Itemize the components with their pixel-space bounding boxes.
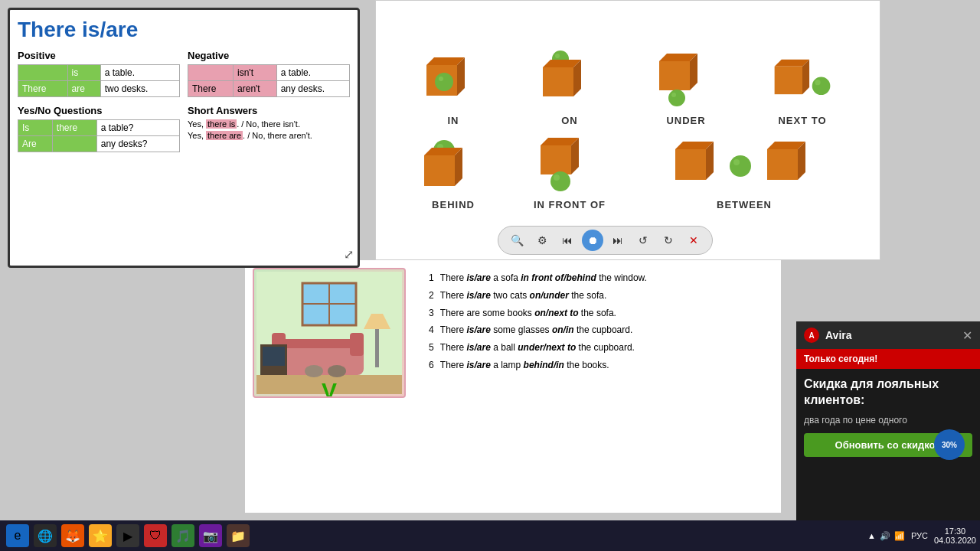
prep-in-illustration — [415, 50, 492, 111]
media-controls-bar: 🔍 ⚙ ⏮ ⏺ ⏭ ↺ ↻ ✕ — [498, 226, 713, 255]
svg-rect-31 — [675, 149, 706, 180]
cell: There — [188, 81, 234, 97]
positive-label: Positive — [18, 50, 180, 61]
avira-discount-text: 30% — [942, 441, 957, 449]
table-row: There are two desks. — [18, 81, 180, 97]
svg-point-14 — [671, 93, 676, 97]
short-answers-section: Short Answers Yes, there is. / No, there… — [188, 105, 350, 152]
avira-discount: 30% — [934, 429, 965, 460]
grammar-panel: There is/are Positive is a table. There … — [8, 8, 360, 268]
svg-rect-8 — [543, 67, 573, 96]
taskbar-icon-shield[interactable]: 🛡 — [144, 524, 167, 547]
negative-label: Negative — [188, 50, 350, 61]
rewind-button[interactable]: ⏮ — [557, 230, 578, 251]
svg-point-52 — [328, 365, 346, 377]
cell: There — [18, 81, 68, 97]
taskbar-icon-music[interactable]: 🎵 — [172, 524, 194, 547]
table-row: Are any desks? — [18, 136, 180, 152]
cell: a table. — [100, 65, 179, 81]
short-answer-1: Yes, there is. / No, there isn't. — [188, 119, 350, 129]
positive-section: Positive is a table. There are two desks… — [18, 50, 180, 97]
taskbar-right: ▲ 🔊 📶 РУС 17:30 04.03.2020 — [867, 527, 976, 545]
checkmark-v: V — [322, 378, 337, 398]
exercise-item-4: 4 There is/are some glasses on/in the cu… — [429, 324, 647, 337]
play-button[interactable]: ⏺ — [582, 230, 603, 251]
cell: Are — [18, 136, 53, 152]
tray-icon-1: ▲ — [867, 531, 876, 540]
taskbar-icon-browser[interactable]: 🌐 — [34, 524, 57, 547]
svg-rect-11 — [659, 61, 690, 90]
svg-point-3 — [435, 73, 453, 91]
grammar-title: There is/are — [18, 18, 350, 42]
prep-next-to: NEXT TO — [748, 50, 857, 126]
svg-rect-23 — [424, 155, 455, 186]
svg-rect-47 — [263, 347, 285, 366]
svg-point-4 — [439, 77, 443, 81]
taskbar-date-display: 04.03.2020 — [934, 536, 976, 545]
prep-in-front-of: IN FRONT OF — [515, 134, 624, 210]
cell: any desks. — [276, 81, 349, 97]
short-answers-label: Short Answers — [188, 105, 350, 116]
avira-title: Avira — [825, 329, 852, 341]
svg-point-34 — [733, 159, 740, 165]
prep-in-label: IN — [448, 115, 459, 126]
cell — [188, 65, 234, 81]
svg-point-29 — [554, 174, 560, 181]
expand-button[interactable]: ⤢ — [344, 247, 354, 262]
taskbar-icon-ie[interactable]: e — [6, 524, 29, 547]
redo-button[interactable]: ↻ — [658, 230, 679, 251]
cell: isn't — [234, 65, 277, 81]
taskbar-datetime: 17:30 04.03.2020 — [934, 527, 976, 545]
negative-section: Negative isn't a table. There aren't any… — [188, 50, 350, 97]
svg-point-18 — [812, 77, 831, 95]
exercise-list: 1 There is/are a sofa in front of/behind… — [429, 272, 647, 377]
forward-button[interactable]: ⏭ — [607, 230, 629, 251]
settings-control-button[interactable]: ⚙ — [531, 230, 553, 251]
prep-between: BETWEEN — [632, 134, 857, 210]
cell: Is — [18, 120, 53, 136]
close-control-button[interactable]: ✕ — [683, 230, 704, 251]
prep-under-label: UNDER — [666, 115, 705, 126]
taskbar-icon-star[interactable]: ⭐ — [89, 524, 112, 547]
negative-table: isn't a table. There aren't any desks. — [188, 64, 350, 97]
table-row: There aren't any desks. — [188, 81, 350, 97]
prepositions-grid: IN ON — [384, 42, 872, 218]
taskbar-icon-folder[interactable]: 📁 — [227, 524, 250, 547]
prep-in-front-of-label: IN FRONT OF — [534, 199, 606, 210]
grammar-bottom: Yes/No Questions Is there a table? Are a… — [18, 105, 350, 152]
avira-content: Скидка для лояльных клиентов: два года п… — [796, 369, 980, 465]
cell: there — [52, 120, 96, 136]
prep-on-label: ON — [561, 115, 578, 126]
room-svg — [256, 272, 402, 394]
prepositions-panel: IN ON — [375, 0, 880, 260]
tray-icon-2: 🔊 — [880, 531, 890, 541]
questions-table: Is there a table? Are any desks? — [18, 119, 180, 152]
cell — [18, 65, 68, 81]
avira-close-button[interactable]: ✕ — [962, 328, 972, 343]
highlight-1: there is — [206, 119, 237, 129]
cell: any desks? — [96, 136, 179, 152]
questions-label: Yes/No Questions — [18, 105, 180, 116]
positive-table: is a table. There are two desks. — [18, 64, 180, 97]
prep-next-to-label: NEXT TO — [778, 115, 826, 126]
search-control-button[interactable]: 🔍 — [506, 230, 528, 251]
svg-rect-26 — [541, 145, 571, 174]
prep-on: ON — [515, 50, 624, 126]
taskbar-icon-camera[interactable]: 📷 — [199, 524, 222, 547]
grammar-grid: Positive is a table. There are two desks… — [18, 50, 350, 97]
taskbar-icon-firefox[interactable]: 🦊 — [61, 524, 84, 547]
prep-under-illustration — [648, 50, 724, 111]
taskbar-lang: РУС — [911, 531, 928, 540]
taskbar-icon-video[interactable]: ▶ — [116, 524, 139, 547]
undo-button[interactable]: ↺ — [632, 230, 654, 251]
svg-point-33 — [730, 155, 751, 177]
cell: is — [67, 65, 100, 81]
questions-section: Yes/No Questions Is there a table? Are a… — [18, 105, 180, 152]
svg-rect-16 — [775, 67, 802, 94]
exercise-item-6: 6 There is/are a lamp behind/in the book… — [429, 359, 647, 372]
prep-in: IN — [399, 50, 508, 126]
svg-point-6 — [555, 54, 560, 58]
cell — [52, 136, 96, 152]
svg-rect-48 — [375, 329, 379, 367]
svg-point-19 — [815, 80, 820, 85]
